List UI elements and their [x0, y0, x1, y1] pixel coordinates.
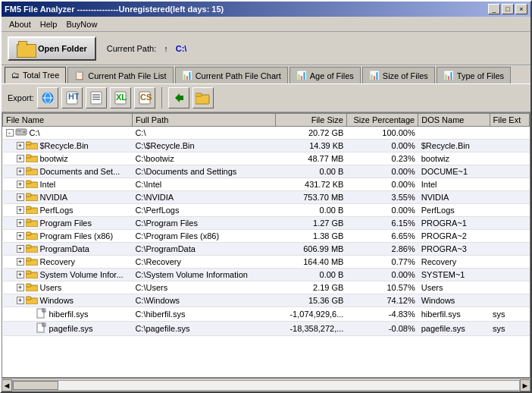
export-html-button[interactable]: HTML [61, 87, 83, 108]
cell-filesize: 1.27 GB [275, 217, 346, 230]
table-row[interactable]: +Documents and Set...C:\Documents and Se… [3, 165, 530, 178]
filename-text: Program Files (x86) [40, 231, 114, 241]
expand-button[interactable]: + [17, 245, 24, 253]
age-icon: 📊 [296, 71, 307, 80]
svg-rect-33 [26, 219, 31, 222]
maximize-button[interactable]: □ [502, 4, 514, 14]
expand-button[interactable]: + [17, 297, 24, 304]
filename-text: Windows [40, 296, 74, 305]
expand-button[interactable]: + [17, 258, 24, 266]
file-table-container[interactable]: File Name Full Path File Size Size Perce… [2, 112, 530, 378]
horizontal-scrollbar[interactable]: ◄ ► [2, 378, 530, 391]
folder-icon [26, 295, 38, 306]
cell-dosname: pagefile.sys [418, 322, 490, 336]
open-folder-label: Open Folder [38, 44, 87, 53]
expand-button[interactable]: + [17, 168, 24, 175]
expand-button[interactable]: + [17, 284, 24, 291]
table-row[interactable]: +RecoveryC:\Recovery164.40 MB0.77%Recove… [3, 256, 530, 269]
cell-fileext [490, 217, 529, 230]
expand-button[interactable]: + [17, 271, 24, 278]
cell-dosname: NVIDIA [418, 191, 490, 204]
cell-sizepct: 2.86% [346, 243, 418, 256]
table-row[interactable]: +bootwizC:\bootwiz48.77 MB0.23%bootwiz [3, 152, 530, 165]
cell-dosname: Windows [418, 294, 490, 307]
table-row[interactable]: +Program FilesC:\Program Files1.27 GB6.1… [3, 217, 530, 230]
export-excel-button[interactable]: XLS [110, 87, 131, 108]
tab-age-of-files[interactable]: 📊 Age of Files [289, 67, 361, 83]
col-header-dosname[interactable]: DOS Name [418, 114, 490, 127]
folder-icon [26, 153, 38, 164]
cell-dosname: DOCUME~1 [418, 165, 490, 178]
tab-current-path-file-chart[interactable]: 📊 Current Path File Chart [175, 67, 288, 83]
table-row[interactable]: hiberfil.sysC:\hiberfil.sys-1,074,929,6.… [3, 307, 530, 322]
minimize-button[interactable]: _ [488, 4, 500, 14]
cell-filesize: 431.72 KB [275, 178, 346, 191]
cell-sizepct: 6.65% [346, 230, 418, 243]
table-row[interactable]: +UsersC:\Users2.19 GB10.57%Users [3, 281, 530, 294]
table-row[interactable]: +Program Files (x86)C:\Program Files (x8… [3, 230, 530, 243]
scroll-right-button[interactable]: ► [520, 379, 530, 391]
cell-filesize: 606.99 MB [275, 243, 346, 256]
expand-button[interactable]: + [17, 155, 24, 162]
cell-filename: -C:\ [3, 127, 133, 140]
export-ie-button[interactable] [37, 87, 58, 108]
expand-button[interactable]: + [17, 142, 24, 149]
col-header-sizepct[interactable]: Size Percentage [346, 114, 418, 127]
export-csv-button[interactable]: CSV [134, 87, 155, 108]
open-folder-button[interactable]: Open Folder [8, 36, 96, 61]
expand-button[interactable]: + [17, 193, 24, 201]
table-row[interactable]: +$Recycle.BinC:\$Recycle.Bin14.39 KB0.00… [3, 140, 530, 152]
cell-sizepct: 0.00% [346, 269, 418, 281]
table-row[interactable]: +System Volume Infor...C:\System Volume … [3, 269, 530, 281]
col-header-fileext[interactable]: File Ext [490, 114, 529, 127]
expand-button[interactable]: - [6, 129, 14, 137]
table-row[interactable]: +PerfLogsC:\PerfLogs0.00 B0.00%PerfLogs [3, 204, 530, 217]
export-bar: Export: HTML XLS CSV [2, 83, 530, 112]
expand-button[interactable]: + [17, 232, 24, 240]
window-controls: _ □ × [488, 4, 527, 14]
cell-fileext [490, 165, 529, 178]
export-back-button[interactable] [168, 87, 189, 108]
cell-dosname [418, 127, 490, 140]
path-up-button[interactable]: ↑ [161, 44, 171, 53]
cell-dosname: hiberfil.sys [418, 307, 490, 322]
filename-text: System Volume Infor... [40, 270, 124, 279]
col-header-fullpath[interactable]: Full Path [132, 114, 275, 127]
menu-help[interactable]: Help [36, 18, 62, 30]
table-row[interactable]: -C:\C:\20.72 GB100.00% [3, 127, 530, 140]
close-button[interactable]: × [515, 4, 527, 14]
col-header-filename[interactable]: File Name [3, 114, 133, 127]
table-row[interactable]: +NVIDIAC:\NVIDIA753.70 MB3.55%NVIDIA [3, 191, 530, 204]
table-row[interactable]: +IntelC:\Intel431.72 KB0.00%Intel [3, 178, 530, 191]
filename-text: NVIDIA [40, 193, 68, 202]
svg-rect-5 [91, 92, 102, 104]
scroll-left-button[interactable]: ◄ [2, 379, 12, 391]
cell-filename: +Program Files [3, 217, 133, 230]
tab-total-tree[interactable]: 🗂 Total Tree [5, 67, 66, 83]
svg-point-18 [23, 131, 25, 134]
table-row[interactable]: +ProgramDataC:\ProgramData606.99 MB2.86%… [3, 243, 530, 256]
cell-fileext [490, 204, 529, 217]
tab-size-of-files[interactable]: 📊 Size of Files [362, 67, 435, 83]
svg-rect-29 [26, 193, 31, 196]
svg-text:CSV: CSV [140, 93, 152, 102]
menu-buynow[interactable]: BuyNow [61, 18, 102, 30]
cell-fullpath: C:\ProgramData [132, 243, 275, 256]
tab-current-path-file-list[interactable]: 📋 Current Path File List [67, 67, 173, 83]
scrollbar-thumb[interactable] [13, 381, 58, 390]
export-folder-button[interactable] [192, 87, 214, 108]
cell-fileext [490, 191, 529, 204]
table-row[interactable]: pagefile.sysC:\pagefile.sys-18,358,272,.… [3, 322, 530, 336]
expand-button[interactable]: + [17, 206, 24, 214]
svg-rect-45 [26, 297, 31, 300]
col-header-filesize[interactable]: File Size [275, 114, 346, 127]
tab-type-of-files[interactable]: 📊 Type of Files [437, 67, 511, 83]
svg-rect-27 [26, 181, 31, 184]
export-text-button[interactable] [86, 87, 107, 108]
file-icon [36, 322, 47, 335]
cell-filesize: 2.19 GB [275, 281, 346, 294]
menu-about[interactable]: About [5, 18, 36, 30]
expand-button[interactable]: + [17, 181, 24, 188]
expand-button[interactable]: + [17, 219, 24, 227]
table-row[interactable]: +WindowsC:\Windows15.36 GB74.12%Windows [3, 294, 530, 307]
